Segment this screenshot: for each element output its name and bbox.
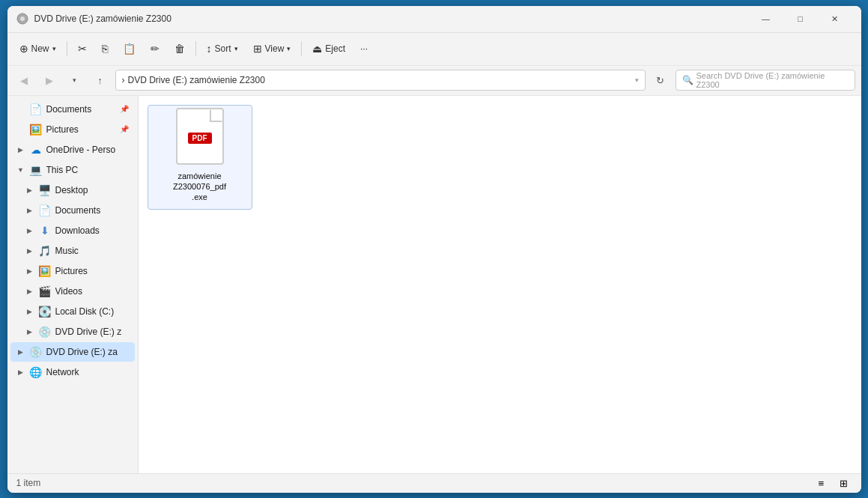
rename-icon: ✏ xyxy=(151,43,160,55)
sidebar-item-music[interactable]: ▶ 🎵 Music xyxy=(10,241,135,261)
rename-button[interactable]: ✏ xyxy=(145,37,166,61)
sidebar-item-dvddrive2[interactable]: ▶ 💿 DVD Drive (E:) za xyxy=(10,342,135,362)
file-name: zamówienie Z2300076_pdf .exe xyxy=(151,171,249,203)
sidebar-item-downloads[interactable]: ▶ ⬇ Downloads xyxy=(10,221,135,240)
sidebar-item-pictures-pinned[interactable]: 🖼️ Pictures 📌 xyxy=(10,120,135,139)
close-button[interactable]: ✕ xyxy=(818,6,852,33)
sidebar-item-onedrive[interactable]: ▶ ☁ OneDrive - Perso xyxy=(10,140,135,160)
localdisk-icon: 💽 xyxy=(39,306,51,318)
new-icon: ⊕ xyxy=(19,43,28,55)
paste-button[interactable]: 📋 xyxy=(117,37,142,61)
copy-button[interactable]: ⎘ xyxy=(96,37,114,61)
eject-button[interactable]: ⏏ Eject xyxy=(306,37,351,61)
search-icon: 🔍 xyxy=(682,75,694,85)
pin-icon: 📌 xyxy=(120,125,129,133)
title-bar: DVD Drive (E:) zamówienie Z2300 — □ ✕ xyxy=(7,6,861,33)
status-right: ≡ ⊞ xyxy=(813,475,852,491)
documents-pinned-icon: 📄 xyxy=(30,103,42,115)
expand-icon: ▶ xyxy=(25,206,34,215)
sidebar-label: Documents xyxy=(55,205,129,216)
sidebar-item-dvddrive1[interactable]: ▶ 💿 DVD Drive (E:) z xyxy=(10,322,135,341)
forward-button[interactable]: ▶ xyxy=(39,70,60,91)
sidebar-label: Local Disk (C:) xyxy=(55,306,129,317)
file-thumbnail: PDF xyxy=(163,106,237,168)
dvddrive1-icon: 💿 xyxy=(39,326,51,338)
sort-button[interactable]: ↕ Sort ▾ xyxy=(201,37,244,61)
sidebar-item-documents[interactable]: ▶ 📄 Documents xyxy=(10,201,135,220)
eject-label: Eject xyxy=(325,43,345,54)
grid-view-button[interactable]: ⊞ xyxy=(836,475,852,491)
sidebar-label: Network xyxy=(46,367,129,377)
window-controls: — □ ✕ xyxy=(749,6,852,33)
sidebar-label: Videos xyxy=(55,286,129,297)
maximize-button[interactable]: □ xyxy=(783,6,818,33)
up-button[interactable]: ↑ xyxy=(90,70,111,91)
sidebar-label: OneDrive - Perso xyxy=(46,145,129,155)
search-box[interactable]: 🔍 Search DVD Drive (E:) zamówienie Z2300 xyxy=(676,70,855,91)
cut-icon: ✂ xyxy=(78,43,87,55)
music-icon: 🎵 xyxy=(39,245,51,257)
expand-icon: ▶ xyxy=(16,368,25,377)
sidebar-item-thispc[interactable]: ▼ 💻 This PC xyxy=(10,160,135,180)
recent-button[interactable]: ▾ xyxy=(64,70,85,91)
content-area: 📄 Documents 📌 🖼️ Pictures 📌 ▶ ☁ OneDrive… xyxy=(7,96,861,473)
files-grid: PDF zamówienie Z2300076_pdf .exe xyxy=(148,105,852,210)
delete-button[interactable]: 🗑 xyxy=(169,37,191,61)
item-count: 1 item xyxy=(16,478,41,488)
network-icon: 🌐 xyxy=(30,366,42,378)
expand-icon xyxy=(16,125,25,134)
view-button[interactable]: ⊞ View ▾ xyxy=(247,37,297,61)
sidebar-label: Music xyxy=(55,246,129,256)
address-path[interactable]: › DVD Drive (E:) zamówienie Z2300 ▾ xyxy=(115,70,646,91)
address-bar: ◀ ▶ ▾ ↑ › DVD Drive (E:) zamówienie Z230… xyxy=(7,66,861,96)
window-title: DVD Drive (E:) zamówienie Z2300 xyxy=(34,13,749,24)
sidebar-item-desktop[interactable]: ▶ 🖥️ Desktop xyxy=(10,180,135,200)
view-dropdown-icon: ▾ xyxy=(287,45,291,52)
sidebar-item-documents-pinned[interactable]: 📄 Documents 📌 xyxy=(10,100,135,119)
sidebar-label: Documents xyxy=(46,104,115,115)
sidebar-label: Downloads xyxy=(55,225,129,236)
sidebar-item-localdisk[interactable]: ▶ 💽 Local Disk (C:) xyxy=(10,302,135,321)
expand-icon: ▼ xyxy=(16,166,25,174)
back-button[interactable]: ◀ xyxy=(13,70,34,91)
minimize-button[interactable]: — xyxy=(749,6,783,33)
svg-point-1 xyxy=(20,16,25,21)
more-button[interactable]: ··· xyxy=(354,37,374,61)
dvddrive2-icon: 💿 xyxy=(30,346,42,358)
view-label: View xyxy=(265,43,285,54)
expand-icon: ▶ xyxy=(25,327,34,336)
sidebar-label: DVD Drive (E:) z xyxy=(55,327,129,337)
sidebar-item-videos[interactable]: ▶ 🎬 Videos xyxy=(10,282,135,301)
sort-label: Sort xyxy=(215,43,231,54)
desktop-icon: 🖥️ xyxy=(39,184,51,196)
list-item[interactable]: PDF zamówienie Z2300076_pdf .exe xyxy=(148,105,252,210)
more-label: ··· xyxy=(360,43,368,54)
downloads-icon: ⬇ xyxy=(39,225,51,237)
cut-button[interactable]: ✂ xyxy=(72,37,93,61)
sidebar-label: DVD Drive (E:) za xyxy=(46,347,129,357)
pictures-icon: 🖼️ xyxy=(39,265,51,277)
refresh-button[interactable]: ↻ xyxy=(650,70,671,91)
sidebar-item-pictures[interactable]: ▶ 🖼️ Pictures xyxy=(10,261,135,281)
path-separator: › xyxy=(122,75,125,85)
list-view-button[interactable]: ≡ xyxy=(813,475,830,491)
window: DVD Drive (E:) zamówienie Z2300 — □ ✕ ⊕ … xyxy=(7,6,861,493)
view-icon: ⊞ xyxy=(253,43,262,55)
new-dropdown-icon: ▾ xyxy=(52,45,56,52)
expand-icon: ▶ xyxy=(25,246,34,255)
sidebar-label: Pictures xyxy=(46,124,115,135)
status-bar: 1 item ≡ ⊞ xyxy=(7,473,861,493)
sidebar-label: Pictures xyxy=(55,266,129,276)
pdf-file-icon: PDF xyxy=(176,108,224,165)
expand-icon: ▶ xyxy=(25,307,34,316)
sidebar-item-network[interactable]: ▶ 🌐 Network xyxy=(10,362,135,382)
thispc-icon: 💻 xyxy=(30,164,42,176)
new-button[interactable]: ⊕ New ▾ xyxy=(13,37,62,61)
onedrive-icon: ☁ xyxy=(30,144,42,156)
sort-dropdown-icon: ▾ xyxy=(234,45,238,52)
toolbar-separator-1 xyxy=(67,41,67,56)
eject-icon: ⏏ xyxy=(312,43,322,55)
expand-icon: ▶ xyxy=(25,226,34,235)
path-text: DVD Drive (E:) zamówienie Z2300 xyxy=(128,75,265,85)
sidebar-label: This PC xyxy=(46,165,129,175)
